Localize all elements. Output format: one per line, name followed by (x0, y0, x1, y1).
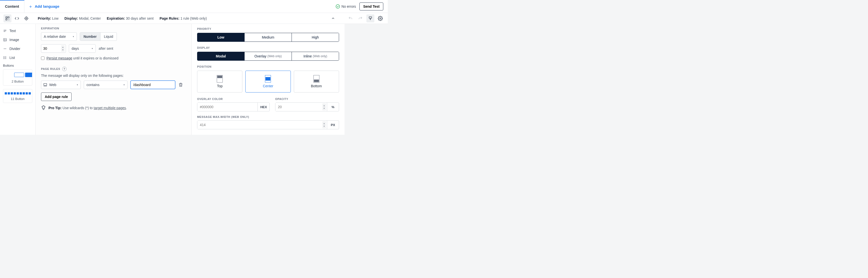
opacity-field[interactable] (275, 103, 327, 111)
add-language-label: Add language (35, 4, 59, 8)
target-tool-button[interactable] (22, 14, 30, 22)
svg-point-0 (336, 4, 340, 8)
sidebar-item-label: List (9, 56, 15, 60)
settings-button[interactable] (376, 14, 384, 22)
sidebar-item-label: Divider (9, 47, 20, 51)
plus-icon: ＋ (28, 4, 33, 9)
sidebar-item-text[interactable]: Text (3, 26, 32, 35)
send-test-button[interactable]: Send Test (360, 2, 383, 10)
priority-label: PRIORITY (197, 27, 339, 30)
layout-tool-button[interactable] (3, 14, 11, 22)
after-sent-text: after sent (99, 47, 113, 51)
sidebar-item-divider[interactable]: Divider (3, 44, 32, 53)
sidebar-item-list[interactable]: List (3, 53, 32, 62)
svg-point-22 (3, 57, 4, 58)
list-icon (3, 56, 7, 60)
display-label: DISPLAY (197, 46, 339, 49)
priority-low-option[interactable]: Low (197, 33, 244, 41)
two-button-block[interactable]: 2 Button (3, 69, 32, 86)
persist-message-checkbox[interactable] (41, 57, 44, 60)
page-rules-label: PAGE RULES ? (41, 67, 186, 71)
display-inline-option[interactable]: Inline (Web only) (291, 52, 339, 60)
redo-icon (358, 16, 363, 21)
svg-point-23 (3, 58, 4, 59)
max-width-input[interactable]: ▲▼ PX (197, 120, 339, 129)
target-multiple-pages-link[interactable]: target multiple pages (94, 106, 126, 110)
display-segment: Modal Overlay (Web only) Inline (Web onl… (197, 52, 339, 61)
format-number-option[interactable]: Number (80, 33, 100, 40)
redo-button[interactable] (356, 14, 364, 22)
expiration-amount-input[interactable]: ▲▼ (41, 44, 66, 53)
eleven-button-block[interactable]: 11 Button (3, 89, 32, 103)
collapse-panel-button[interactable] (329, 14, 337, 22)
sidebar-item-label: Image (9, 38, 19, 42)
gear-icon (378, 16, 383, 21)
svg-point-11 (380, 18, 381, 19)
display-settings-panel: PRIORITY Low Medium High DISPLAY Modal O… (192, 24, 344, 135)
divider-icon (3, 47, 7, 51)
pro-tip: Pro Tip: Use wildcards (*) to target mul… (41, 105, 186, 111)
undo-icon (348, 16, 353, 21)
stepper-icon[interactable]: ▲▼ (61, 45, 65, 52)
sidebar-item-image[interactable]: Image (3, 35, 32, 44)
persist-message-label: Persist message until it expires or is d… (46, 56, 118, 60)
select-value: contains (87, 83, 99, 87)
add-language-button[interactable]: ＋ Add language (24, 4, 63, 9)
overlay-color-field[interactable] (197, 103, 257, 111)
no-errors-label: No errors (342, 4, 356, 8)
chevron-up-icon (331, 17, 335, 20)
max-width-field[interactable] (197, 121, 327, 129)
code-icon (15, 16, 19, 21)
match-select[interactable]: contains (84, 81, 127, 89)
tab-content-label: Content (5, 4, 19, 8)
svg-rect-24 (44, 84, 47, 86)
svg-point-4 (8, 19, 9, 20)
expiration-amount-field[interactable] (43, 47, 58, 51)
tab-content[interactable]: Content (0, 0, 24, 13)
text-icon (3, 29, 7, 33)
position-label: POSITION (197, 65, 339, 68)
mini-button-fill (25, 72, 32, 77)
overlay-color-input[interactable]: HEX (197, 102, 270, 112)
path-input[interactable] (130, 81, 175, 89)
stepper-icon[interactable]: ▲▼ (322, 103, 326, 111)
main-area: Text Image Divider List Buttons 2 Butto (0, 24, 344, 135)
display-overlay-option[interactable]: Overlay (Web only) (244, 52, 291, 60)
svg-point-16 (4, 39, 5, 40)
position-bottom-option[interactable]: Bottom (294, 71, 339, 93)
block-caption: 11 Button (4, 97, 31, 101)
blocks-sidebar: Text Image Divider List Buttons 2 Butto (0, 24, 35, 135)
position-center-option[interactable]: Center (245, 71, 290, 93)
add-page-rule-button[interactable]: Add page rule (41, 93, 71, 101)
position-preview-icon (217, 75, 223, 83)
help-icon[interactable]: ? (62, 67, 67, 71)
layout-icon (5, 16, 10, 21)
undo-button[interactable] (346, 14, 354, 22)
position-top-option[interactable]: Top (197, 71, 242, 93)
svg-rect-10 (369, 17, 372, 18)
priority-medium-option[interactable]: Medium (244, 33, 291, 41)
trash-icon[interactable] (178, 82, 183, 87)
brush-icon (368, 16, 373, 21)
page-rules-description: The message will display only on the fol… (41, 73, 186, 78)
svg-rect-1 (6, 17, 7, 18)
mini-button-outline (14, 72, 24, 77)
opacity-input[interactable]: ▲▼ % (275, 102, 339, 112)
priority-segment: Low Medium High (197, 33, 339, 42)
expiration-date-type-select[interactable]: A relative date (41, 32, 77, 41)
format-liquid-option[interactable]: Liquid (100, 33, 117, 40)
priority-high-option[interactable]: High (291, 33, 339, 41)
code-tool-button[interactable] (13, 14, 21, 22)
svg-point-8 (25, 17, 28, 20)
platform-select[interactable]: Web (41, 81, 81, 89)
display-modal-option[interactable]: Modal (197, 52, 244, 60)
block-caption: 2 Button (4, 80, 31, 83)
max-width-label: MESSAGE MAX-WIDTH (WEB ONLY) (197, 115, 339, 118)
target-icon (24, 16, 29, 21)
stepper-icon[interactable]: ▲▼ (322, 121, 326, 128)
percent-unit: % (327, 103, 339, 111)
style-tool-button[interactable] (366, 14, 374, 22)
svg-point-9 (26, 18, 27, 19)
expiration-unit-select[interactable]: days (69, 44, 96, 53)
no-errors-status: No errors (336, 4, 356, 9)
